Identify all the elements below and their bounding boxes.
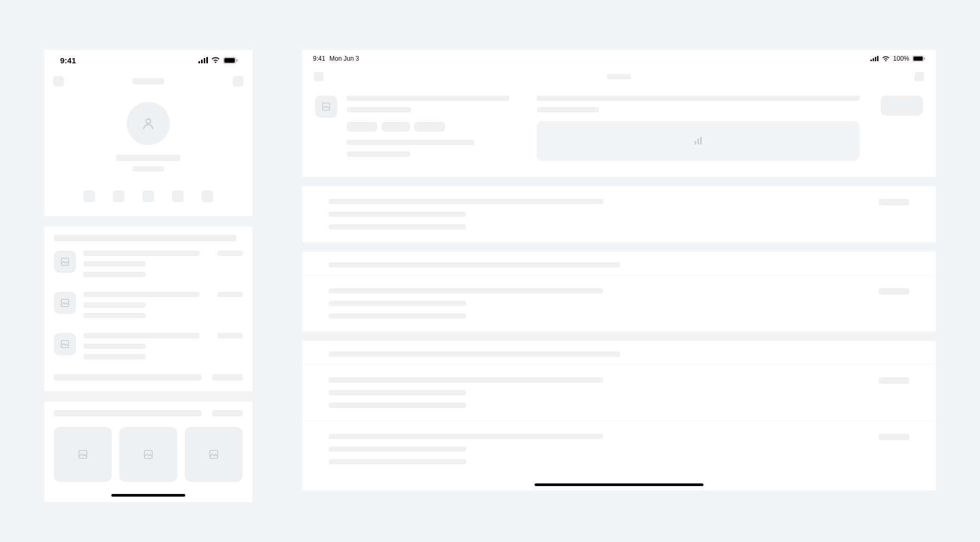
table-row[interactable] [302, 275, 936, 331]
svg-rect-15 [873, 58, 874, 61]
home-indicator[interactable] [111, 494, 185, 497]
group-header-placeholder [329, 262, 620, 268]
row-title-placeholder [329, 288, 603, 293]
hero-thumb [315, 96, 337, 118]
tablet-time: 9:41 [313, 55, 325, 62]
group-header-placeholder [329, 351, 620, 357]
row-sub-placeholder [329, 446, 466, 452]
profile-action-0[interactable] [83, 191, 95, 202]
list-item-sub2-placeholder [83, 313, 146, 318]
tile[interactable] [185, 427, 243, 482]
avatar[interactable] [127, 102, 170, 145]
ipad-frame: 9:41 Mon Jun 3 100% [302, 50, 936, 490]
svg-rect-1 [201, 60, 203, 63]
phone-nav-bar [44, 70, 252, 92]
section-divider [44, 391, 252, 402]
svg-rect-9 [61, 299, 69, 307]
svg-rect-10 [61, 340, 69, 348]
hero-action-button[interactable] [881, 96, 923, 116]
row-sub2-placeholder [329, 459, 466, 464]
list-item-thumb [54, 333, 76, 355]
chart-card[interactable] [537, 121, 860, 161]
list-item[interactable] [54, 292, 243, 318]
row-sub2-placeholder [329, 224, 466, 230]
hero-left [315, 96, 516, 157]
hero-right-sub-placeholder [537, 107, 599, 112]
nav-action-button[interactable] [233, 76, 243, 87]
row-sub2-placeholder [329, 313, 466, 319]
list-item-thumb [54, 292, 76, 314]
bar-chart-icon [693, 136, 703, 146]
group-header [302, 341, 936, 364]
see-all-button[interactable] [212, 410, 243, 416]
footer-title-placeholder [54, 374, 202, 381]
profile-action-4[interactable] [202, 191, 213, 202]
list-item-body [83, 333, 243, 359]
chip[interactable] [347, 122, 377, 131]
hero-text [347, 96, 509, 157]
svg-rect-22 [694, 141, 696, 145]
profile-name-placeholder [116, 155, 180, 161]
list-item[interactable] [54, 251, 243, 277]
list-item-sub-placeholder [83, 344, 146, 349]
nav-title-placeholder [607, 74, 631, 79]
table-row[interactable] [302, 364, 936, 421]
list-item-meta-placeholder [217, 251, 243, 256]
tablet-hero [302, 88, 936, 177]
row-sub-placeholder [329, 390, 466, 395]
tile[interactable] [54, 427, 112, 482]
row-meta-placeholder [879, 288, 909, 294]
home-indicator[interactable] [535, 483, 703, 486]
list-item[interactable] [54, 333, 243, 359]
list-item-sub-placeholder [83, 261, 146, 267]
row-sub-placeholder [329, 212, 466, 217]
svg-rect-14 [871, 60, 872, 61]
nav-action-button[interactable] [915, 72, 924, 81]
profile-action-3[interactable] [172, 191, 184, 202]
image-icon [60, 298, 70, 308]
battery-icon [223, 57, 237, 64]
profile-action-2[interactable] [142, 191, 154, 202]
svg-rect-0 [198, 61, 200, 63]
nav-title-placeholder [132, 78, 164, 84]
list-item-meta-placeholder [217, 292, 243, 297]
phone-status-icons [198, 57, 237, 64]
svg-rect-17 [877, 56, 879, 61]
tablet-list-section [302, 186, 936, 477]
section-header [54, 235, 243, 241]
phone-status-bar: 9:41 [44, 50, 252, 70]
list-item-body [83, 251, 243, 277]
profile-action-row [83, 191, 213, 202]
hero-title-placeholder [347, 96, 509, 101]
nav-back-button[interactable] [53, 76, 64, 87]
profile-subtitle-placeholder [132, 166, 164, 172]
battery-icon [912, 55, 925, 62]
table-row[interactable] [302, 186, 936, 242]
section-footer [54, 374, 243, 381]
hero-right [537, 96, 860, 161]
svg-rect-21 [322, 103, 330, 110]
see-all-button[interactable] [212, 374, 243, 381]
svg-rect-12 [145, 451, 153, 459]
tablet-nav-bar [302, 65, 936, 88]
svg-point-7 [146, 119, 151, 123]
table-row[interactable] [302, 421, 936, 477]
tile[interactable] [119, 427, 177, 482]
svg-rect-24 [700, 137, 702, 145]
list-item-thumb [54, 251, 76, 273]
tablet-status-icons: 100% [870, 55, 925, 62]
chip[interactable] [382, 122, 410, 131]
cellular-icon [198, 57, 208, 63]
profile-action-1[interactable] [113, 191, 125, 202]
nav-back-button[interactable] [314, 72, 324, 81]
hero-body2-placeholder [347, 151, 410, 157]
wifi-icon [211, 57, 220, 63]
phone-tiles-section [44, 402, 252, 482]
hero-chips [347, 122, 509, 131]
row-title-placeholder [329, 377, 603, 383]
chip[interactable] [414, 122, 445, 131]
tablet-date: Mon Jun 3 [329, 55, 359, 62]
image-icon [208, 449, 219, 460]
row-title-placeholder [329, 434, 603, 439]
wifi-icon [882, 56, 890, 62]
